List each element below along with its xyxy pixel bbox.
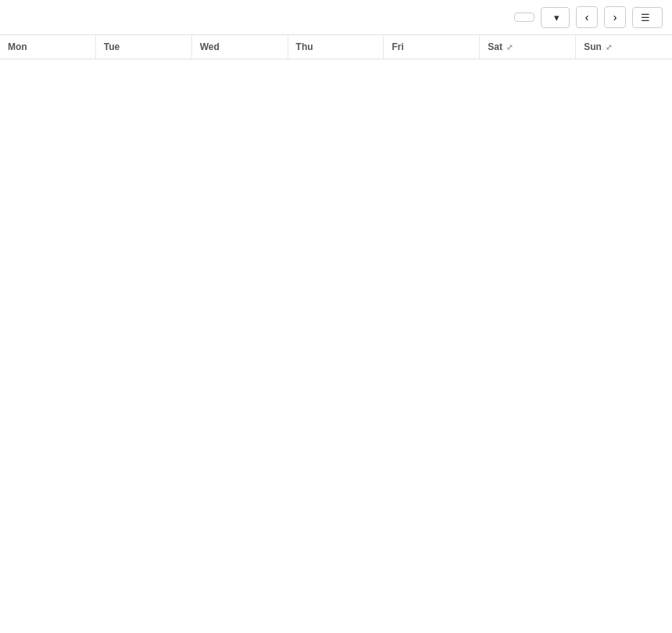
- day-headers: Mon Tue Wed Thu Fri Sat ⤢ Sun ⤢: [0, 35, 672, 59]
- calendar-header: ▾ ‹ › ☰: [0, 0, 672, 35]
- month-button[interactable]: ▾: [541, 7, 570, 28]
- day-header-sun: Sun ⤢: [576, 35, 672, 59]
- day-header-wed: Wed: [192, 35, 288, 59]
- next-button[interactable]: ›: [604, 6, 626, 28]
- calendar-app: ▾ ‹ › ☰ Mon Tue Wed Thu Fri Sat ⤢ Sun ⤢: [0, 0, 672, 59]
- today-button[interactable]: [514, 13, 534, 22]
- day-header-sat: Sat ⤢: [480, 35, 576, 59]
- expand-sat-icon: ⤢: [506, 43, 513, 52]
- day-header-mon: Mon: [0, 35, 96, 59]
- list-icon: ☰: [641, 12, 650, 23]
- day-header-tue: Tue: [96, 35, 192, 59]
- prev-button[interactable]: ‹: [576, 6, 598, 28]
- header-controls: ▾ ‹ › ☰: [514, 6, 663, 28]
- day-header-fri: Fri: [384, 35, 480, 59]
- see-records-button[interactable]: ☰: [632, 7, 663, 28]
- chevron-down-icon: ▾: [554, 12, 559, 23]
- day-header-thu: Thu: [288, 35, 384, 59]
- expand-sun-icon: ⤢: [606, 43, 612, 52]
